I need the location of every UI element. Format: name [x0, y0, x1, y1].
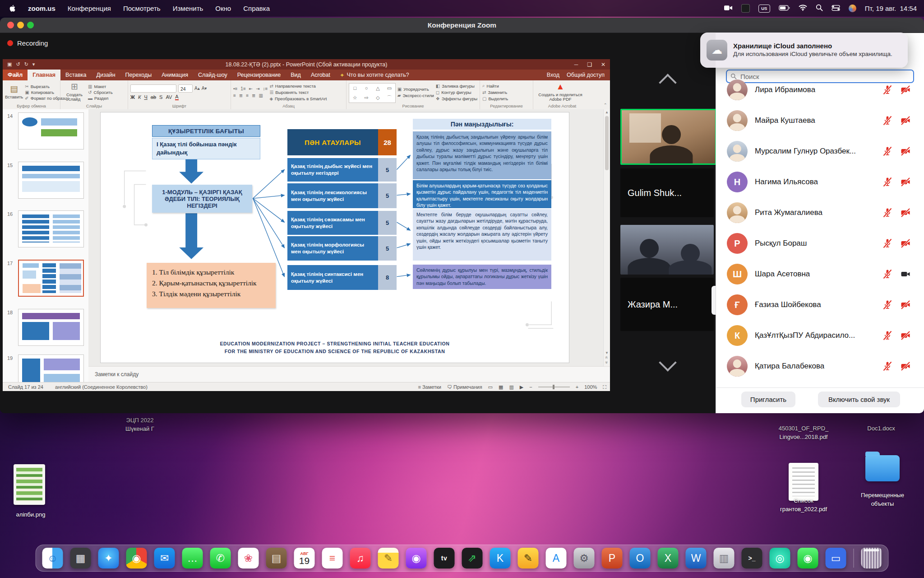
bullets-button[interactable]: •≡ — [233, 86, 237, 91]
user-avatar-icon[interactable] — [849, 5, 856, 12]
dock-finder-icon[interactable]: ☺ — [42, 548, 63, 569]
camera-off-icon[interactable] — [900, 330, 911, 341]
camera-off-icon[interactable] — [900, 84, 911, 95]
font-color-button[interactable]: А — [175, 94, 178, 100]
dock-podcasts-icon[interactable]: ◉ — [406, 548, 427, 569]
dock-outlook-icon[interactable]: O — [630, 548, 651, 569]
strikethrough-button[interactable]: ab — [151, 94, 156, 100]
battery-icon[interactable] — [779, 5, 790, 12]
char-spacing-button[interactable]: AV — [166, 94, 172, 100]
zoom-slider[interactable] — [538, 387, 570, 387]
find-button[interactable]: ⌕Найти — [482, 83, 508, 89]
share-button[interactable]: Общий доступ — [567, 72, 605, 78]
desktop-file-doc1[interactable]: Doc1.docx — [854, 424, 908, 433]
notes-toggle-button[interactable]: ≡ Заметки — [418, 384, 441, 390]
slide-thumbnail-16[interactable] — [18, 210, 84, 247]
wifi-icon[interactable] — [799, 5, 807, 12]
camera-off-icon[interactable] — [900, 115, 911, 126]
menubar-clock[interactable]: Пт, 19 авг. 14:54 — [865, 5, 917, 12]
camera-off-icon[interactable] — [900, 299, 911, 310]
menu-edit[interactable]: Изменить — [173, 5, 203, 12]
control-center-icon[interactable] — [832, 5, 840, 12]
recording-indicator[interactable]: Recording — [7, 39, 48, 47]
grow-font-icon[interactable]: A▴ — [194, 86, 200, 91]
redo-icon[interactable]: ↻ — [24, 61, 28, 67]
arrange-button[interactable]: ▣Упорядочить — [397, 87, 434, 92]
gallery-scroll-down-icon[interactable] — [659, 354, 677, 372]
unmute-button[interactable]: Включить свой звук — [818, 392, 900, 407]
tab-design[interactable]: Дизайн — [92, 70, 120, 80]
tab-animations[interactable]: Анимация — [157, 70, 193, 80]
signin-button[interactable]: Вход — [547, 72, 559, 78]
gallery-scroll-up-icon[interactable] — [659, 74, 677, 92]
keyboard-layout-icon[interactable]: US — [758, 5, 770, 13]
dock-contacts-icon[interactable]: ▤ — [266, 548, 287, 569]
camera-off-icon[interactable] — [900, 177, 911, 187]
participant-row[interactable]: Лира Ибраимова — [716, 75, 924, 105]
shapes-gallery[interactable]: □○△▭☆⇨◇⌒ — [349, 83, 396, 103]
menubar-extra-app-icon[interactable] — [741, 4, 750, 13]
participant-row[interactable]: Ш Шара Асетовна — [716, 259, 924, 289]
mic-muted-icon[interactable] — [882, 361, 893, 372]
slideshow-icon[interactable]: ▶ — [520, 384, 523, 390]
align-text-button[interactable]: ☰Выровнять текст — [269, 90, 327, 95]
create-pdf-button[interactable]: ▲ Создать и поделиться Adobe PDF — [536, 82, 585, 103]
menu-window[interactable]: Окно — [215, 5, 231, 12]
scroll-down-icon[interactable]: ▼ — [605, 351, 609, 355]
quick-styles-button[interactable]: ▰Экспресс-стили — [397, 93, 434, 98]
mic-muted-icon[interactable] — [882, 84, 893, 95]
language-indicator[interactable]: английский (Соединенное Королевство) — [55, 384, 148, 390]
desktop-folder-moved-icon[interactable] — [865, 455, 900, 481]
dock-settings-icon[interactable]: ⚙ — [574, 548, 595, 569]
scroll-up-icon[interactable]: ▲ — [605, 110, 609, 114]
scrollbar-thumb[interactable] — [605, 116, 609, 170]
section-button[interactable]: ▬Раздел — [88, 96, 113, 101]
ppt-restore-button[interactable]: ❑ — [583, 61, 596, 68]
dock-reminders-icon[interactable]: ≡ — [322, 548, 343, 569]
menu-help[interactable]: Справка — [243, 5, 270, 12]
camera-off-icon[interactable] — [900, 238, 911, 249]
desktop-file-rpd-pdf[interactable]: 450301_OF_RPD_Lingvoe...2018.pdf — [754, 424, 853, 442]
previous-slide-button[interactable]: « — [605, 356, 610, 359]
mic-muted-icon[interactable] — [882, 330, 893, 341]
invite-button[interactable]: Пригласить — [741, 392, 795, 407]
fit-slide-icon[interactable]: ⛶ — [603, 384, 606, 390]
ppt-close-button[interactable]: ✕ — [596, 61, 610, 68]
tab-review[interactable]: Рецензирование — [232, 70, 286, 80]
dock-launchpad-icon[interactable]: ▦ — [70, 548, 91, 569]
paste-button[interactable]: ▤Вставить — [5, 82, 23, 103]
comments-toggle-button[interactable]: 🗨 Примечания — [447, 384, 482, 390]
desktop-image-alippi-label[interactable]: әліпби.png — [4, 511, 58, 519]
dock-excel-icon[interactable]: X — [658, 548, 679, 569]
align-left-button[interactable]: ≡ — [233, 93, 236, 98]
slide-sorter-icon[interactable]: ▦ — [499, 384, 503, 390]
dock-facetime-icon[interactable]: ✆ — [210, 548, 231, 569]
bold-button[interactable]: Ж — [130, 94, 135, 100]
indent-increase-button[interactable]: ⇥ — [256, 86, 259, 91]
indent-decrease-button[interactable]: ⇤ — [249, 86, 253, 91]
text-direction-button[interactable]: ⇄Направление текста — [269, 84, 327, 89]
mic-muted-icon[interactable] — [882, 299, 893, 310]
align-right-button[interactable]: ≡ — [246, 93, 249, 98]
dock-music-icon[interactable]: ♫ — [350, 548, 371, 569]
select-button[interactable]: ▢Выделить — [482, 96, 508, 101]
desktop-file-ecp[interactable]: ЭЦП 2022Шүкенай Г — [104, 416, 176, 434]
participant-row[interactable]: Майра Куштаева — [716, 105, 924, 136]
dock-webex-icon[interactable]: ◎ — [770, 548, 790, 569]
video-tile-speaker[interactable] — [620, 109, 716, 165]
dock-display-app-icon[interactable]: ▭ — [826, 548, 846, 569]
menu-view[interactable]: Посмотреть — [123, 5, 161, 12]
menu-conference[interactable]: Конференция — [68, 5, 111, 12]
zoom-percentage[interactable]: 100% — [584, 384, 597, 390]
numbering-button[interactable]: 1≡ — [240, 86, 245, 91]
mic-muted-icon[interactable] — [882, 146, 893, 157]
participant-row[interactable]: Қатира Балабекова — [716, 351, 924, 382]
dock-notes-icon[interactable]: ✎ — [378, 548, 399, 569]
mic-muted-icon[interactable] — [882, 207, 893, 218]
notes-pane[interactable]: Заметки к слайду — [88, 366, 610, 382]
camera-off-icon[interactable] — [900, 146, 911, 157]
font-name-combo[interactable] — [130, 84, 176, 93]
dock-camera-app-icon[interactable]: ◉ — [798, 548, 818, 569]
video-tile-gulim[interactable]: Gulim Shuk... — [620, 168, 714, 217]
participant-row[interactable]: Рита Жумагалиева — [716, 197, 924, 228]
